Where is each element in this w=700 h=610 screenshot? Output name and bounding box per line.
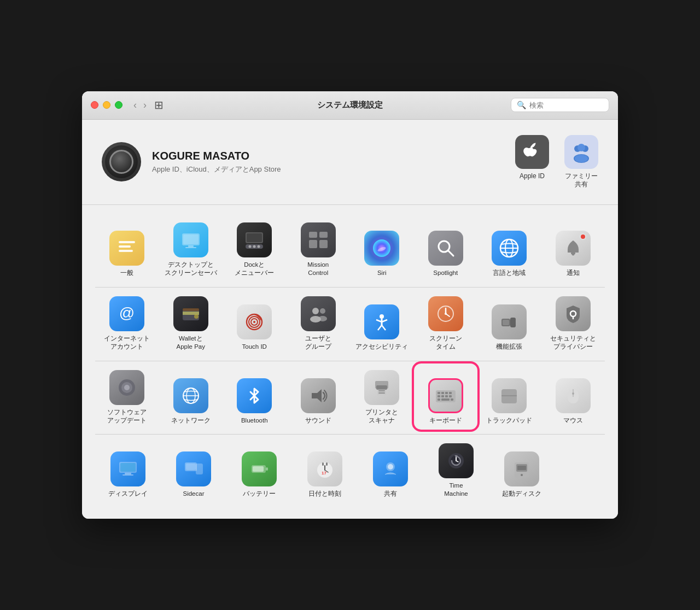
svg-rect-69 — [378, 390, 385, 391]
svg-rect-79 — [449, 395, 452, 397]
spotlight-icon — [428, 231, 463, 266]
family-sharing-item[interactable]: ファミリー共有 — [564, 135, 598, 189]
svg-point-16 — [253, 245, 256, 248]
sharing-icon — [373, 451, 408, 486]
display-label: ディスプレイ — [108, 490, 148, 498]
language-icon — [492, 231, 527, 266]
bluetooth-label: Bluetooth — [241, 417, 268, 425]
close-button[interactable] — [91, 101, 98, 109]
pref-general[interactable]: 一般 — [95, 216, 159, 283]
svg-rect-6 — [119, 245, 131, 248]
pref-sharing[interactable]: 共有 — [358, 437, 423, 503]
pref-startup[interactable]: 起動ディスク — [489, 437, 555, 503]
general-label: 一般 — [120, 269, 133, 277]
internet-label: インターネットアカウント — [104, 335, 150, 351]
svg-point-17 — [258, 245, 260, 248]
pref-notification[interactable]: 通知 — [541, 216, 605, 283]
siri-label: Siri — [377, 269, 387, 277]
svg-rect-90 — [122, 474, 133, 476]
pref-display[interactable]: ディスプレイ — [95, 437, 161, 503]
pref-users[interactable]: ユーザとグループ — [287, 290, 351, 356]
general-icon — [109, 231, 144, 266]
svg-rect-82 — [451, 398, 453, 401]
svg-point-43 — [318, 316, 327, 321]
pref-printer[interactable]: プリンタとスキャナ — [350, 363, 414, 430]
grid-view-button[interactable]: ⊞ — [154, 98, 164, 112]
dock-icon — [237, 222, 272, 257]
pref-software[interactable]: ソフトウェアアップデート — [95, 363, 159, 430]
family-sharing-label: ファミリー共有 — [565, 172, 598, 189]
pref-timemachine[interactable]: TimeMachine — [423, 437, 489, 503]
svg-point-53 — [445, 313, 447, 315]
pref-mouse[interactable]: マウス — [541, 363, 605, 430]
users-label: ユーザとグループ — [305, 335, 331, 351]
pref-siri[interactable]: Siri — [350, 216, 414, 283]
timemachine-label: TimeMachine — [444, 482, 468, 498]
svg-rect-77 — [441, 395, 444, 397]
mission-label: MissionControl — [307, 261, 329, 277]
pref-touchid[interactable]: Touch ID — [223, 290, 287, 356]
svg-rect-93 — [186, 464, 196, 470]
svg-point-44 — [380, 314, 384, 319]
icons-row-4: ディスプレイ Sidecar — [95, 437, 605, 503]
minimize-button[interactable] — [103, 101, 110, 109]
pref-trackpad[interactable]: トラックパッド — [477, 363, 541, 430]
pref-network[interactable]: ネットワーク — [159, 363, 223, 430]
titlebar: ‹ › ⊞ システム環境設定 🔍 — [82, 91, 618, 120]
pref-desktop[interactable]: デスクトップとスクリーンセーバ — [159, 216, 223, 283]
svg-rect-95 — [266, 467, 268, 471]
notification-icon — [556, 231, 591, 266]
svg-rect-7 — [119, 250, 133, 252]
back-button[interactable]: ‹ — [131, 98, 139, 112]
mission-icon — [301, 222, 336, 257]
pref-battery[interactable]: バッテリー — [226, 437, 292, 503]
forward-button[interactable]: › — [141, 98, 149, 112]
sharing-label: 共有 — [384, 490, 397, 498]
mouse-label: マウス — [563, 417, 583, 425]
pref-internet[interactable]: @ インターネットアカウント — [95, 290, 159, 356]
datetime-icon: 17 — [307, 451, 342, 486]
pref-sidecar[interactable]: Sidecar — [161, 437, 226, 503]
pref-dock[interactable]: Dockとメニューバー — [223, 216, 287, 283]
startup-icon — [504, 451, 539, 486]
language-label: 言語と地域 — [493, 269, 526, 277]
pref-wallet[interactable]: WalletとApple Pay — [159, 290, 223, 356]
notification-label: 通知 — [567, 269, 580, 277]
pref-screentime[interactable]: スクリーンタイム — [414, 290, 478, 356]
battery-icon — [242, 451, 277, 486]
pref-mission[interactable]: MissionControl — [287, 216, 351, 283]
pref-keyboard[interactable]: キーボード — [414, 363, 478, 430]
svg-rect-18 — [309, 232, 317, 238]
svg-rect-99 — [326, 462, 328, 466]
pref-language[interactable]: 言語と地域 — [477, 216, 541, 283]
pref-sound[interactable]: サウンド — [287, 363, 351, 430]
svg-rect-80 — [438, 398, 440, 401]
pref-datetime[interactable]: 17 日付と時刻 — [292, 437, 358, 503]
maximize-button[interactable] — [115, 101, 122, 109]
search-input[interactable] — [529, 101, 603, 109]
pref-accessibility[interactable]: アクセシビリティ — [350, 290, 414, 356]
svg-point-40 — [312, 308, 319, 314]
avatar[interactable] — [102, 142, 141, 181]
pref-bluetooth[interactable]: Bluetooth — [223, 363, 287, 430]
accessibility-label: アクセシビリティ — [355, 343, 408, 351]
search-box[interactable]: 🔍 — [511, 98, 609, 112]
network-icon — [173, 378, 208, 413]
spotlight-label: Spotlight — [433, 269, 458, 277]
pref-spotlight[interactable]: Spotlight — [414, 216, 478, 283]
pref-security[interactable]: セキュリティとプライバシー — [541, 290, 605, 356]
search-icon: 🔍 — [517, 101, 526, 109]
svg-rect-34 — [183, 308, 199, 311]
icons-section: 一般 デスクトップとスクリーンセーバ — [82, 205, 618, 519]
apple-id-item[interactable]: Apple ID — [515, 135, 549, 189]
extensions-label: 機能拡張 — [496, 343, 522, 351]
trackpad-icon — [492, 378, 527, 413]
svg-rect-13 — [247, 233, 262, 242]
svg-marker-65 — [312, 389, 322, 402]
profile-name: KOGURE MASATO — [152, 150, 281, 162]
extensions-icon — [492, 304, 527, 339]
display-icon — [110, 451, 145, 486]
pref-extensions[interactable]: 機能拡張 — [477, 290, 541, 356]
svg-rect-68 — [376, 385, 387, 390]
sidecar-label: Sidecar — [183, 490, 205, 498]
